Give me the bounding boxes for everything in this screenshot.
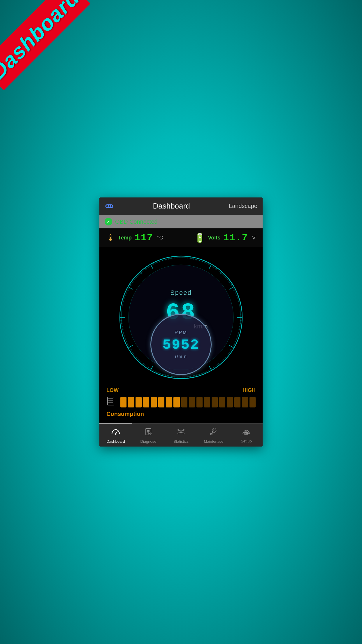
svg-point-22: [245, 433, 246, 434]
thermometer-icon: 🌡: [106, 233, 115, 243]
svg-point-11: [180, 431, 182, 433]
nav-setup-label: Set up: [241, 439, 252, 443]
consumption-bar: [120, 397, 256, 407]
bar-segment-2: [136, 397, 142, 407]
bar-segment-6: [166, 397, 172, 407]
bar-segment-13: [219, 397, 225, 407]
nav-maintenance[interactable]: Maintenace: [197, 424, 230, 447]
svg-point-23: [246, 433, 247, 434]
bottom-nav: Dashboard Diagnose: [99, 423, 263, 447]
obd-status-bar: ✓ OBD Connected: [99, 215, 263, 228]
nav-diagnose-label: Diagnose: [140, 439, 157, 444]
nav-setup[interactable]: Set up: [230, 424, 263, 447]
svg-point-15: [183, 433, 184, 434]
svg-point-13: [183, 429, 184, 430]
header-title: Dashboard: [153, 202, 190, 211]
temp-sensor-group: 🌡 Temp 117 °C: [106, 232, 163, 243]
bar-segment-8: [181, 397, 187, 407]
high-label: HIGH: [242, 387, 256, 393]
rpm-label: RPM: [175, 330, 188, 335]
svg-point-8: [115, 433, 117, 435]
bar-segment-17: [249, 397, 256, 407]
svg-point-14: [178, 433, 179, 434]
svg-point-24: [247, 433, 248, 434]
bar-segment-16: [242, 397, 248, 407]
bar-segment-0: [120, 397, 126, 407]
ribbon-text: Dashboard: [0, 0, 84, 84]
bar-segment-7: [173, 397, 180, 407]
obd-status-text: OBD Connected: [115, 218, 158, 225]
sensor-bar: 🌡 Temp 117 °C 🔋 Volts 11.7 V: [99, 228, 263, 247]
dashboard-icon: [111, 428, 120, 438]
temp-label: Temp: [118, 235, 132, 241]
consumption-row: [106, 396, 256, 408]
setup-icon: [242, 428, 251, 438]
temp-unit: °C: [157, 235, 163, 241]
volt-sensor-group: 🔋 Volts 11.7 V: [194, 232, 256, 243]
corner-ribbon: Dashboard: [0, 0, 99, 99]
maintenance-icon: [210, 428, 218, 438]
nav-statistics[interactable]: Statistics: [165, 424, 197, 447]
bar-segment-3: [143, 397, 149, 407]
bar-segment-11: [204, 397, 210, 407]
statistics-icon: [177, 428, 185, 438]
svg-rect-5: [108, 398, 113, 399]
low-label: LOW: [106, 387, 119, 393]
link-icon: [105, 203, 114, 209]
nav-dashboard[interactable]: Dashboard: [99, 424, 132, 447]
bar-segment-9: [189, 397, 195, 407]
bar-segment-15: [234, 397, 240, 407]
speedometer-area: Speed 68 km/h RPM 5952 r/min: [99, 247, 263, 384]
svg-line-18: [179, 432, 180, 433]
nav-statistics-label: Statistics: [173, 439, 189, 444]
bar-segment-5: [158, 397, 164, 407]
consumption-icon: [106, 396, 117, 408]
volts-unit: V: [252, 235, 256, 241]
rpm-gauge: RPM 5952 r/min: [150, 314, 212, 375]
volts-value: 11.7: [223, 232, 248, 243]
rpm-unit: r/min: [175, 354, 187, 359]
bar-segment-1: [128, 397, 134, 407]
svg-line-17: [182, 430, 183, 431]
consumption-labels: LOW HIGH: [106, 387, 256, 393]
svg-point-12: [178, 429, 179, 430]
phone-frame: Dashboard Landscape ✓ OBD Connected 🌡 Te…: [99, 197, 263, 447]
nav-diagnose[interactable]: Diagnose: [132, 424, 165, 447]
landscape-button[interactable]: Landscape: [229, 203, 257, 209]
bar-segment-10: [196, 397, 203, 407]
consumption-area: LOW HIGH Consumption: [99, 384, 263, 423]
svg-rect-6: [108, 400, 113, 401]
bar-segment-14: [227, 397, 233, 407]
bar-segment-12: [212, 397, 218, 407]
consumption-title: Consumption: [106, 411, 256, 417]
svg-line-19: [182, 432, 183, 433]
svg-line-16: [179, 430, 180, 431]
speed-label: Speed: [170, 289, 192, 297]
bar-segment-4: [151, 397, 157, 407]
app-header: Dashboard Landscape: [99, 197, 263, 215]
volts-label: Volts: [208, 235, 221, 241]
svg-rect-7: [108, 402, 113, 403]
nav-dashboard-label: Dashboard: [106, 439, 125, 444]
nav-maintenance-label: Maintenace: [204, 439, 223, 444]
battery-icon: 🔋: [194, 233, 205, 243]
rpm-value: 5952: [162, 337, 199, 353]
temp-value: 117: [135, 232, 153, 243]
speedometer: Speed 68 km/h RPM 5952 r/min: [117, 253, 245, 382]
obd-check-icon: ✓: [105, 218, 112, 225]
diagnose-icon: [144, 428, 152, 438]
